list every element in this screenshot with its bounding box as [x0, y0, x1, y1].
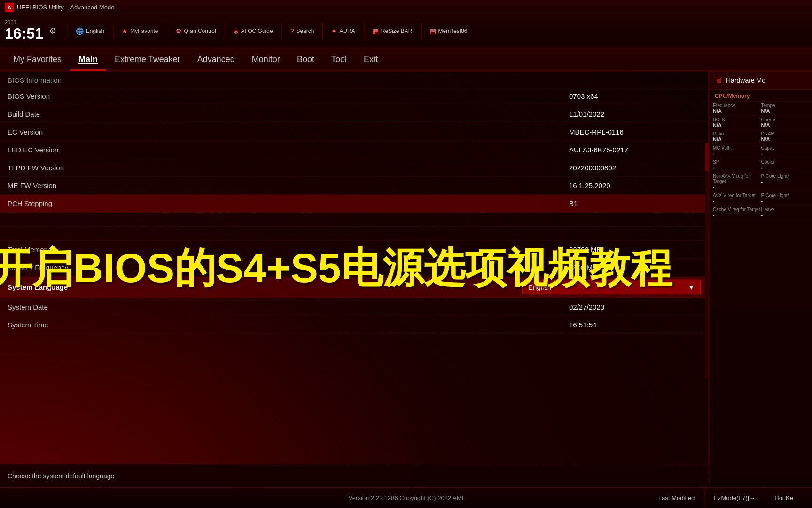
nav-boot[interactable]: Boot [289, 50, 323, 71]
right-col-label: Heavy [761, 207, 809, 212]
right-col-value: - [713, 151, 760, 156]
language-btn[interactable]: 🌐 English [72, 25, 108, 37]
right-col: DRAM N/A [761, 131, 809, 142]
right-col-label: Cooler [761, 159, 809, 165]
table-row: TI PD FW Version 202200000802 [0, 159, 708, 177]
right-panel-row: SP - Cooler - [709, 158, 812, 172]
right-col: SP - [713, 159, 760, 170]
scrollbar[interactable] [705, 143, 709, 378]
right-panel-row: Cache V req for Target - Heavy - [709, 206, 812, 220]
last-modified-btn[interactable]: Last Modified [649, 488, 704, 508]
language-dropdown[interactable]: English ▼ [522, 280, 701, 294]
left-panel: BIOS Information BIOS Version 0703 x64 B… [0, 71, 709, 487]
right-panel-row: BCLK N/A Core V N/A [709, 116, 812, 130]
row-value: 202200000802 [569, 164, 701, 172]
search-btn[interactable]: ? Search [287, 25, 318, 37]
right-col: BCLK N/A [713, 117, 760, 128]
qfan-btn[interactable]: ⚙ Qfan Control [172, 25, 220, 37]
table-row: BIOS Version 0703 x64 [0, 87, 708, 105]
nav-myfavorites[interactable]: My Favorites [5, 50, 70, 71]
right-col-label: SP [713, 159, 760, 165]
status-bar: Version 2.22.1286 Copyright (C) 2022 AMI… [0, 487, 812, 508]
monitor-icon: 🖥 [715, 76, 722, 85]
nav-advanced[interactable]: Advanced [189, 50, 243, 71]
toolbar-divider-1 [67, 23, 67, 40]
right-panel-row: NonAVX V req for Target - P-Core Light/ … [709, 172, 812, 191]
right-col-label: BCLK [713, 117, 760, 122]
table-row: Total Memory 32768 MB [0, 241, 708, 259]
right-col-value: - [761, 151, 809, 156]
navbar: My Favorites Main Extreme Tweaker Advanc… [0, 47, 812, 71]
right-panel-row: AVX V req for Target - E-Core Light/ - [709, 191, 812, 206]
right-col: AVX V req for Target - [713, 193, 760, 204]
bios-table: BIOS Version 0703 x64 Build Date 11/01/2… [0, 87, 708, 334]
table-row[interactable]: PCH Stepping B1 [0, 195, 708, 213]
right-col-value: N/A [713, 108, 760, 114]
star-icon: ★ [122, 27, 128, 35]
aura-icon: ✦ [331, 27, 337, 35]
hotkeys-btn[interactable]: Hot Ke [765, 488, 803, 508]
row-value: 32768 MB [569, 246, 701, 254]
right-col: Core V N/A [761, 117, 809, 128]
aura-btn[interactable]: ✦ AURA [328, 25, 359, 37]
title-bar: A UEFI BIOS Utility – Advanced Mode [0, 0, 812, 15]
resizebar-btn[interactable]: ▦ ReSize BAR [369, 25, 416, 37]
right-col: P-Core Light/ - [761, 174, 809, 190]
row-label: System Language [8, 283, 522, 291]
toolbar-divider-8 [421, 23, 422, 40]
right-col-value: N/A [761, 136, 809, 142]
row-value: 0703 x64 [569, 92, 701, 100]
right-col-value: N/A [713, 122, 760, 128]
right-col-label: Ratio [713, 131, 760, 136]
version-text: Version 2.22.1286 Copyright (C) 2022 AMI [349, 494, 463, 501]
row-label: PCH Stepping [8, 199, 569, 207]
right-col-value: N/A [761, 108, 809, 114]
right-col-label: NonAVX V req for Target [713, 174, 760, 184]
row-label: LED EC Version [8, 146, 569, 154]
row-label: EC Version [8, 128, 569, 136]
aioc-btn[interactable]: ◈ AI OC Guide [230, 25, 277, 37]
table-row[interactable]: System Time 16:51:54 [0, 316, 708, 334]
system-language-row[interactable]: System Language English ▼ [0, 277, 708, 298]
myfavorite-btn[interactable]: ★ MyFavorite [118, 25, 162, 37]
toolbar-divider-5 [281, 23, 282, 40]
ezmode-btn[interactable]: EzMode(F7)|→ [704, 488, 765, 508]
right-col-label: Frequency [713, 103, 760, 108]
right-col: NonAVX V req for Target - [713, 174, 760, 190]
right-col: Frequency N/A [713, 103, 760, 114]
right-col: Tempe N/A [761, 103, 809, 114]
row-value: 16:51:54 [569, 321, 701, 329]
nav-extreme-tweaker[interactable]: Extreme Tweaker [106, 50, 189, 71]
nav-exit[interactable]: Exit [355, 50, 386, 71]
nav-monitor[interactable]: Monitor [243, 50, 289, 71]
right-col: Heavy - [761, 207, 809, 218]
right-col-label: DRAM [761, 131, 809, 136]
nav-main[interactable]: Main [70, 50, 106, 71]
scrollbar-thumb[interactable] [705, 143, 709, 171]
description-text: Choose the system default language [8, 472, 114, 480]
row-label: System Time [8, 321, 569, 329]
table-row [0, 227, 708, 241]
memtest-btn[interactable]: ▤ MemTest86 [426, 25, 471, 37]
table-row [0, 213, 708, 227]
nav-tool[interactable]: Tool [323, 50, 355, 71]
toolbar-time: 16:51 [5, 25, 43, 42]
right-col-value: - [761, 165, 809, 170]
toolbar-divider-7 [364, 23, 364, 40]
row-label: Build Date [8, 110, 569, 118]
right-col-value: N/A [713, 136, 760, 142]
right-col-label: Core V [761, 117, 809, 122]
toolbar-divider-3 [167, 23, 167, 40]
right-col: MC Volt. - [713, 145, 760, 156]
fan-icon: ⚙ [176, 27, 182, 35]
row-label: System Date [8, 303, 569, 311]
settings-icon[interactable]: ⚙ [49, 26, 56, 36]
table-row[interactable]: System Date 02/27/2023 [0, 298, 708, 316]
right-panel: 🖥 Hardware Mo CPU/Memory Frequency N/A T… [709, 71, 812, 487]
right-panel-header: 🖥 Hardware Mo [709, 71, 812, 90]
row-value: MBEC-RPL-0116 [569, 128, 701, 136]
right-col-label: P-Core Light/ [761, 174, 809, 179]
right-col-label: E-Core Light/ [761, 193, 809, 198]
right-col-value: - [713, 165, 760, 170]
table-row: EC Version MBEC-RPL-0116 [0, 123, 708, 141]
